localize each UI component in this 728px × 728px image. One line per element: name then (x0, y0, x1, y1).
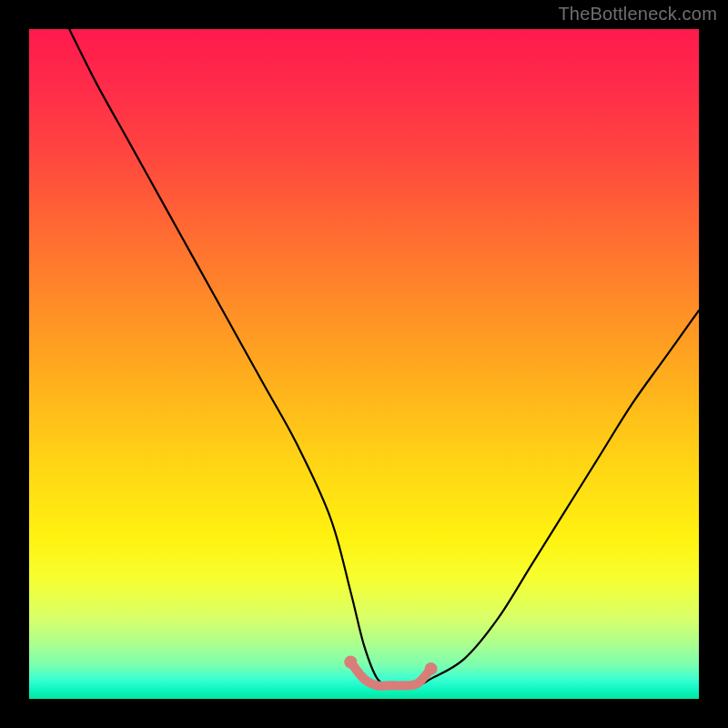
target-segment-end-cap (425, 662, 438, 675)
plot-area (29, 29, 699, 699)
chart-frame: TheBottleneck.com (0, 0, 728, 728)
watermark-label: TheBottleneck.com (558, 4, 717, 25)
chart-svg (29, 29, 699, 699)
target-segment-path (350, 662, 430, 686)
target-segment-start-cap (344, 656, 357, 669)
bottleneck-curve-path (69, 29, 699, 686)
